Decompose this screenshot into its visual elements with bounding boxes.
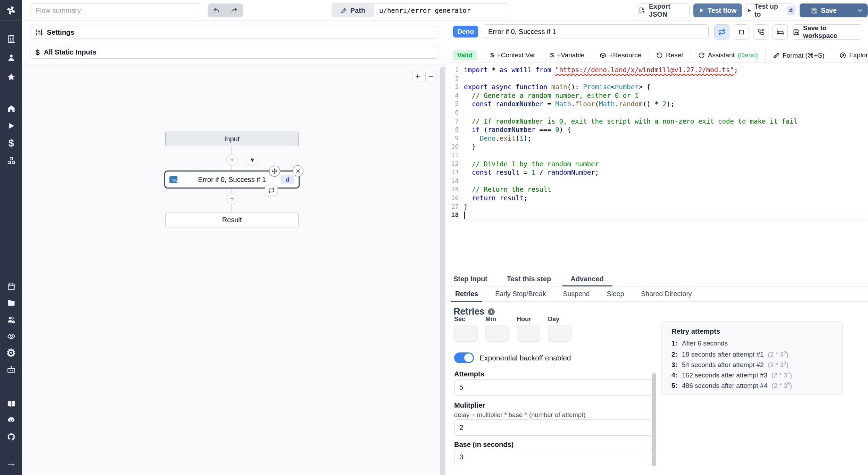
sidebar-item-users[interactable] — [0, 311, 22, 328]
redo-button[interactable] — [225, 3, 243, 17]
test-flow-button[interactable]: Test flow — [693, 3, 742, 17]
trigger-bolt-button[interactable] — [246, 154, 258, 166]
time-input-min[interactable] — [485, 325, 509, 342]
graph-edge — [232, 165, 232, 170]
time-input-day[interactable] — [548, 325, 571, 342]
toolbar-item--resource[interactable]: +Resource — [592, 48, 649, 62]
all-static-inputs-label: All Static Inputs — [44, 48, 96, 56]
undo-button[interactable] — [208, 3, 225, 17]
flow-summary-input[interactable] — [31, 3, 199, 17]
sidebar-item-dollar[interactable]: $ — [0, 134, 22, 152]
toolbar-item--variable[interactable]: $+Variable — [543, 48, 592, 62]
sidebar-item-calendar[interactable] — [0, 278, 22, 294]
repeat-icon — [268, 187, 275, 194]
square-icon — [738, 28, 745, 36]
zoom-out-button[interactable] — [425, 71, 436, 82]
tab-advanced[interactable]: Advanced — [570, 272, 604, 286]
sidebar-item-play[interactable] — [0, 117, 22, 134]
sidebar-item-github[interactable] — [0, 428, 22, 445]
input-node[interactable]: Input — [165, 132, 299, 146]
tab-test-this-step[interactable]: Test this step — [507, 272, 551, 286]
exponential-backoff-row: Exponential backoff enabled — [454, 352, 571, 363]
sidebar-item-eye[interactable] — [0, 328, 22, 344]
save-to-workspace-button[interactable]: Save to workspace — [793, 24, 862, 40]
time-input-hour[interactable] — [517, 325, 540, 342]
sliders-icon — [35, 29, 43, 36]
graph-edge — [232, 204, 232, 212]
sidebar-item-building[interactable] — [0, 29, 22, 48]
delete-step-button[interactable] — [292, 165, 303, 176]
move-step-button[interactable] — [269, 166, 280, 177]
subtab-early-stop-break[interactable]: Early Stop/Break — [495, 286, 546, 301]
base-input[interactable] — [454, 449, 653, 465]
all-static-inputs-section[interactable]: $ All Static Inputs — [31, 46, 438, 59]
subtab-suspend[interactable]: Suspend — [563, 286, 590, 301]
insert-step-button[interactable] — [226, 193, 237, 204]
retry-attempt-item: 2:18 seconds after attempt #1(2 * 32) — [671, 350, 833, 360]
sidebar-item-book[interactable] — [0, 395, 22, 412]
windmill-logo-icon[interactable] — [0, 2, 22, 19]
bolt-icon — [249, 157, 256, 163]
sidebar-item-home[interactable] — [0, 100, 22, 117]
result-node-label: Result — [222, 216, 242, 224]
subtab-retries[interactable]: Retries — [455, 286, 478, 301]
repeat-icon — [718, 28, 726, 36]
code-editor[interactable]: 1import * as wmill from "https://deno.la… — [446, 63, 868, 272]
save-dropdown-button[interactable] — [852, 7, 868, 14]
path-input[interactable] — [374, 4, 509, 17]
toolbar-item--context-var[interactable]: $+Context Var — [483, 48, 543, 62]
toolbar-item-assistant-[interactable]: Assistant (Deno) — [691, 48, 765, 62]
toolbar-item-explore-other-s[interactable]: Explore other s — [832, 48, 868, 62]
toolbar-item-format-s-[interactable]: Format (⌘+S) — [765, 48, 832, 62]
result-node[interactable]: Result — [165, 212, 299, 227]
sidebar-item-robot[interactable] — [0, 361, 22, 378]
sleep-button[interactable] — [773, 24, 788, 40]
retry-time-labels: SecMinHourDay — [454, 317, 571, 323]
suspend-button[interactable] — [753, 24, 768, 40]
subtab-shared-directory[interactable]: Shared Directory — [641, 286, 692, 301]
panel-scrollbar[interactable] — [652, 373, 656, 466]
sidebar-item-boxes[interactable] — [0, 152, 22, 169]
canvas-scrollbar[interactable] — [440, 67, 445, 475]
star-icon — [7, 73, 16, 81]
sidebar-item-discord[interactable] — [0, 412, 22, 428]
time-label-day: Day — [548, 317, 571, 323]
sidebar-item-folder[interactable] — [0, 294, 22, 311]
test-up-to-label: Test up to — [754, 2, 784, 18]
code-lines: 1import * as wmill from "https://deno.la… — [446, 63, 868, 219]
plus-icon — [229, 157, 235, 163]
path-field-group: Path — [332, 3, 509, 17]
subtab-sleep[interactable]: Sleep — [607, 286, 624, 301]
tab-step-input[interactable]: Step Input — [453, 272, 487, 286]
retry-indicator-button[interactable] — [265, 185, 278, 196]
save-button[interactable]: Save — [800, 7, 848, 15]
insert-step-button[interactable] — [226, 154, 237, 165]
sidebar-item-user[interactable] — [0, 48, 22, 67]
multiplier-input[interactable] — [454, 419, 653, 436]
exponential-backoff-toggle[interactable] — [454, 352, 474, 363]
flow-graph-canvas[interactable]: Input TS Error if 0, Success if 1 d Resu… — [22, 64, 446, 475]
toolbar-item-reset[interactable]: Reset — [649, 48, 691, 62]
sidebar-divider — [0, 20, 22, 21]
attempts-input[interactable] — [454, 379, 653, 395]
step-name-input[interactable] — [483, 24, 709, 39]
zoom-in-button[interactable] — [412, 71, 423, 82]
sidebar-item-star[interactable] — [0, 67, 22, 86]
time-input-sec[interactable] — [454, 325, 478, 342]
info-icon[interactable]: i — [488, 308, 495, 315]
topbar: Path Export JSON Test flow Test up to d … — [22, 0, 868, 21]
sidebar-group-workspace — [0, 29, 22, 86]
sidebar-item-gear[interactable]: ⚙ — [0, 344, 22, 361]
sidebar-collapse-arrow-icon[interactable]: → — [0, 455, 22, 472]
path-label: Path — [332, 4, 374, 17]
code-line-18: 18 — [446, 211, 868, 219]
stop-button[interactable] — [734, 24, 749, 40]
retries-toggle-button[interactable] — [714, 24, 729, 40]
save-label: Save — [821, 7, 837, 15]
undo-icon — [213, 7, 220, 14]
test-up-to-button[interactable]: Test up to d — [746, 3, 795, 17]
play-icon — [699, 8, 704, 13]
flow-settings-section[interactable]: Settings — [31, 26, 438, 39]
export-json-button[interactable]: Export JSON — [638, 3, 690, 17]
base-label: Base (in seconds) — [454, 441, 514, 449]
